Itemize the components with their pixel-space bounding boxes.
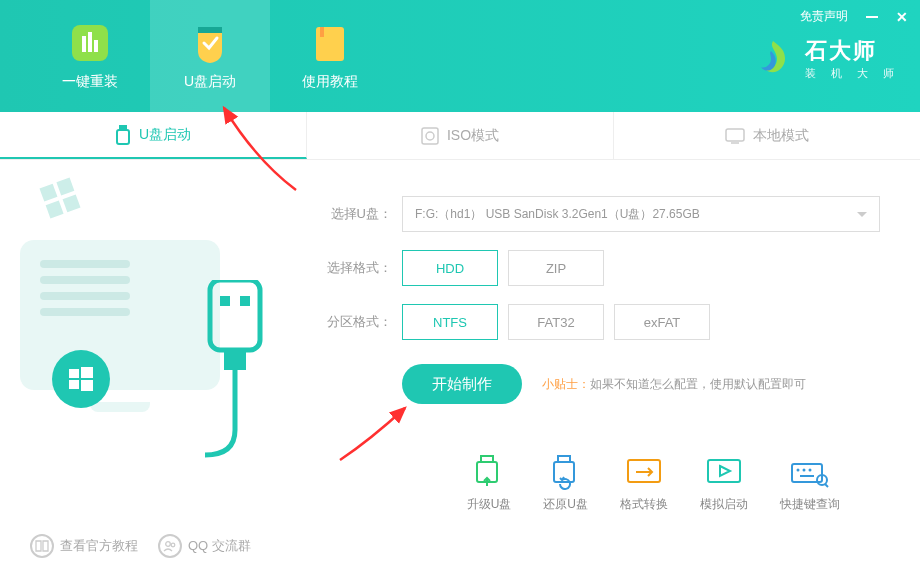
subtab-usb-boot[interactable]: U盘启动 [0, 112, 307, 159]
brand-title: 石大师 [805, 36, 900, 66]
monitor-illustration [20, 240, 220, 390]
tab-reinstall[interactable]: 一键重装 [30, 0, 150, 112]
subtab-label: 本地模式 [753, 127, 809, 145]
usb-plug-illustration [200, 280, 270, 470]
tab-label: U盘启动 [184, 73, 236, 91]
usb-refresh-icon [546, 454, 586, 490]
usb-up-icon [469, 454, 509, 490]
svg-rect-16 [69, 369, 79, 378]
svg-rect-1 [82, 36, 86, 52]
tools-row: 升级U盘 还原U盘 格式转换 模拟启动 快捷键查询 [320, 454, 880, 513]
windows-badge-icon [52, 350, 110, 408]
svg-rect-19 [81, 380, 93, 391]
svg-point-37 [166, 542, 171, 547]
tool-upgrade-usb[interactable]: 升级U盘 [467, 454, 512, 513]
subtab-label: ISO模式 [447, 127, 499, 145]
qq-group-link[interactable]: QQ 交流群 [158, 534, 251, 558]
partition-label: 分区格式： [320, 313, 392, 331]
subtab-label: U盘启动 [139, 126, 191, 144]
iso-icon [421, 127, 439, 145]
monitor-icon [725, 128, 745, 144]
minimize-button[interactable] [866, 16, 878, 18]
format-label: 选择格式： [320, 259, 392, 277]
svg-rect-3 [94, 40, 98, 52]
tab-usb-boot[interactable]: U盘启动 [150, 0, 270, 112]
partition-option-fat32[interactable]: FAT32 [508, 304, 604, 340]
config-panel: 选择U盘： F:G:（hd1） USB SanDisk 3.2Gen1（U盘）2… [300, 160, 920, 530]
svg-rect-8 [422, 128, 438, 144]
windows-deco-icon [37, 175, 83, 221]
usb-shield-icon [188, 21, 232, 65]
footer-links: 查看官方教程 QQ 交流群 [30, 534, 251, 558]
svg-rect-13 [56, 177, 74, 195]
bars-icon [68, 21, 112, 65]
partition-option-exfat[interactable]: exFAT [614, 304, 710, 340]
disk-select-value: F:G:（hd1） USB SanDisk 3.2Gen1（U盘）27.65GB [415, 206, 700, 223]
tab-label: 一键重装 [62, 73, 118, 91]
convert-icon [624, 454, 664, 490]
svg-rect-5 [320, 27, 324, 37]
svg-rect-10 [726, 129, 744, 141]
brand-subtitle: 装 机 大 师 [805, 66, 900, 81]
subtab-iso[interactable]: ISO模式 [307, 112, 614, 159]
illustration-panel [0, 160, 300, 530]
tool-format-convert[interactable]: 格式转换 [620, 454, 668, 513]
main-nav: 一键重装 U盘启动 使用教程 [0, 0, 390, 112]
svg-rect-12 [39, 184, 57, 202]
usb-icon [115, 125, 131, 145]
tool-simulate-boot[interactable]: 模拟启动 [700, 454, 748, 513]
format-option-hdd[interactable]: HDD [402, 250, 498, 286]
simulate-icon [704, 454, 744, 490]
subtab-local[interactable]: 本地模式 [614, 112, 920, 159]
svg-point-9 [426, 132, 434, 140]
tab-label: 使用教程 [302, 73, 358, 91]
disclaimer-link[interactable]: 免责声明 [800, 8, 848, 25]
start-button[interactable]: 开始制作 [402, 364, 522, 404]
tool-restore-usb[interactable]: 还原U盘 [543, 454, 588, 513]
svg-rect-2 [88, 32, 92, 52]
partition-option-ntfs[interactable]: NTFS [402, 304, 498, 340]
tab-tutorial[interactable]: 使用教程 [270, 0, 390, 112]
tool-hotkey-lookup[interactable]: 快捷键查询 [780, 454, 840, 513]
brand: 石大师 装 机 大 师 [751, 36, 900, 81]
svg-rect-20 [210, 280, 260, 350]
svg-rect-22 [240, 296, 250, 306]
svg-rect-7 [117, 130, 129, 144]
svg-rect-14 [46, 201, 64, 219]
book-open-icon [30, 534, 54, 558]
brand-logo-icon [751, 37, 795, 81]
svg-rect-15 [63, 194, 81, 212]
svg-line-36 [825, 484, 828, 487]
keyboard-icon [790, 454, 830, 490]
svg-rect-21 [220, 296, 230, 306]
sub-nav: U盘启动 ISO模式 本地模式 [0, 112, 920, 160]
window-controls: 免责声明 ✕ [800, 8, 908, 25]
official-tutorial-link[interactable]: 查看官方教程 [30, 534, 138, 558]
svg-rect-29 [708, 460, 740, 482]
tip-text: 小贴士：如果不知道怎么配置，使用默认配置即可 [542, 376, 806, 393]
disk-select[interactable]: F:G:（hd1） USB SanDisk 3.2Gen1（U盘）27.65GB [402, 196, 880, 232]
close-button[interactable]: ✕ [896, 9, 908, 25]
format-option-zip[interactable]: ZIP [508, 250, 604, 286]
svg-rect-17 [81, 367, 93, 378]
svg-rect-23 [224, 350, 246, 370]
book-icon [308, 21, 352, 65]
disk-label: 选择U盘： [320, 205, 392, 223]
app-header: 一键重装 U盘启动 使用教程 免责声明 ✕ 石大师 装 机 大 师 [0, 0, 920, 112]
main-content: 选择U盘： F:G:（hd1） USB SanDisk 3.2Gen1（U盘）2… [0, 160, 920, 530]
people-icon [158, 534, 182, 558]
svg-point-38 [171, 543, 175, 547]
svg-rect-18 [69, 380, 79, 389]
